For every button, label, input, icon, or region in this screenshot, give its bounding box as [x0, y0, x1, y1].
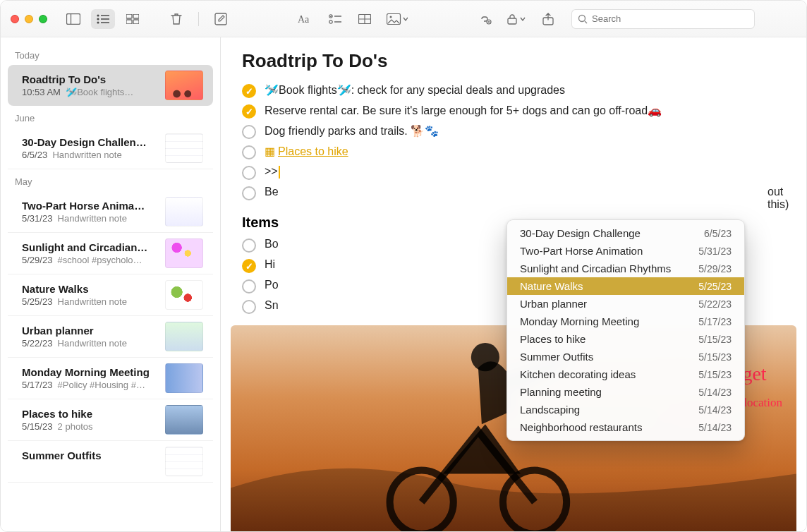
sidebar-section-label: June [1, 106, 220, 128]
note-list-item[interactable]: Nature Walks5/25/23 Handwritten note [8, 274, 213, 316]
checklist-text[interactable]: >> [265, 165, 280, 179]
delete-note-button[interactable] [164, 9, 188, 29]
autocomplete-item[interactable]: Sunlight and Circadian Rhythms5/29/23 [507, 260, 744, 277]
new-note-button[interactable] [209, 9, 233, 29]
autocomplete-item[interactable]: Nature Walks5/25/23 [507, 277, 744, 295]
autocomplete-item-date: 5/14/23 [698, 387, 732, 398]
autocomplete-item-date: 5/15/23 [698, 334, 732, 345]
svg-point-32 [471, 343, 499, 371]
autocomplete-item-date: 5/22/23 [698, 298, 732, 310]
titlebar: Aa [1, 1, 806, 37]
share-button[interactable] [536, 9, 560, 29]
checklist-item[interactable]: ▦Places to hike [242, 142, 785, 162]
autocomplete-item[interactable]: Landscaping5/14/23 [507, 401, 744, 418]
checklist-text[interactable]: Po [265, 279, 279, 291]
checklist-bullet[interactable] [242, 104, 256, 119]
checklist-bullet[interactable] [242, 84, 256, 98]
link-note-button[interactable] [473, 9, 497, 29]
search-input[interactable] [592, 13, 748, 24]
note-list-item-thumbnail [165, 133, 203, 163]
checklist-item[interactable]: 🛩️Book flights🛩️: check for any special … [242, 80, 785, 101]
svg-rect-12 [215, 13, 226, 25]
autocomplete-item[interactable]: Summer Outfits5/15/23 [507, 348, 744, 365]
autocomplete-item[interactable]: Neighborhood restaurants5/14/23 [507, 418, 744, 436]
note-list-item[interactable]: Places to hike5/15/23 2 photos [8, 399, 213, 441]
note-list-item-meta [22, 463, 158, 473]
autocomplete-item[interactable]: Monday Morning Meeting5/17/23 [507, 313, 744, 330]
autocomplete-item[interactable]: Urban planner5/22/23 [507, 295, 744, 313]
svg-rect-9 [133, 14, 139, 18]
svg-point-2 [97, 14, 99, 16]
checklist-bullet[interactable] [242, 259, 256, 273]
checklist-text[interactable]: ▦Places to hike [265, 145, 348, 158]
note-title[interactable]: Roadtrip To Do's [242, 50, 785, 72]
checklist-bullet[interactable] [242, 186, 256, 200]
svg-point-22 [390, 16, 392, 18]
autocomplete-item-date: 5/17/23 [698, 316, 732, 327]
autocomplete-item[interactable]: Planning meeting5/14/23 [507, 383, 744, 401]
note-list-item-meta: 5/22/23 Handwritten note [22, 338, 158, 349]
toggle-sidebar-button[interactable] [61, 9, 85, 29]
checklist-item[interactable]: >> [242, 162, 785, 183]
autocomplete-item-title: Neighborhood restaurants [520, 421, 642, 433]
note-list-item[interactable]: Summer Outfits [8, 441, 213, 483]
checklist-bullet[interactable] [242, 166, 256, 180]
note-list-item[interactable]: 30-Day Design Challen…6/5/23 Handwritten… [8, 128, 213, 169]
autocomplete-item[interactable]: 30-Day Design Challenge6/5/23 [507, 224, 744, 242]
autocomplete-item[interactable]: Two-Part Horse Animation5/31/23 [507, 242, 744, 260]
checklist-bullet[interactable] [242, 145, 256, 159]
format-button[interactable]: Aa [293, 9, 317, 29]
lock-button[interactable] [502, 9, 530, 29]
checklist-text[interactable]: Bo [265, 238, 279, 250]
note-list-item[interactable]: Monday Morning Meeting5/17/23 #Policy #H… [8, 358, 213, 399]
minimize-window-button[interactable] [25, 15, 33, 23]
gallery-view-button[interactable] [121, 9, 145, 29]
checklist-text[interactable]: Hi [265, 258, 275, 271]
search-field-wrapper[interactable] [571, 9, 755, 29]
note-list-item-title: 30-Day Design Challen… [22, 136, 158, 148]
svg-point-16 [329, 20, 332, 23]
checklist-bullet[interactable] [242, 300, 256, 314]
autocomplete-item[interactable]: Kitchen decorating ideas5/15/23 [507, 365, 744, 383]
list-view-button[interactable] [91, 9, 115, 29]
autocomplete-item-date: 5/14/23 [698, 422, 732, 433]
checklist-bullet[interactable] [242, 238, 256, 253]
svg-point-4 [97, 21, 99, 23]
note-list-item-title: Two-Part Horse Anima… [22, 200, 158, 212]
close-window-button[interactable] [11, 15, 19, 23]
autocomplete-item[interactable]: Places to hike5/15/23 [507, 330, 744, 348]
checklist-bullet[interactable] [242, 279, 256, 294]
checklist-text[interactable]: Dog friendly parks and trails. 🐕🐾 [265, 124, 439, 138]
note-list-item-thumbnail [165, 447, 203, 476]
note-list-item-thumbnail [165, 363, 203, 393]
checklist-text[interactable]: Be [265, 186, 279, 198]
note-list-item-title: Urban planner [22, 325, 158, 337]
checklist-text[interactable]: Sn [265, 299, 279, 312]
note-list-item[interactable]: Roadtrip To Do's10:53 AM 🛩️Book flights… [8, 65, 213, 106]
fullscreen-window-button[interactable] [39, 15, 47, 23]
autocomplete-item-date: 5/14/23 [698, 404, 732, 416]
checklist-item[interactable]: out this)Be [242, 183, 785, 203]
note-list-item-title: Sunlight and Circadian… [22, 241, 158, 253]
note-list-item[interactable]: Sunlight and Circadian…5/29/23 #school #… [8, 233, 213, 274]
checklist-text[interactable]: Reserve rental car. Be sure it's large e… [265, 104, 662, 117]
note-list-item[interactable]: Two-Part Horse Anima…5/31/23 Handwritten… [8, 191, 213, 233]
checklist-bullet[interactable] [242, 125, 256, 139]
note-list-item-meta: 5/17/23 #Policy #Housing #… [22, 380, 158, 390]
checklist-text[interactable]: 🛩️Book flights🛩️: check for any special … [265, 83, 565, 97]
note-list-item-meta: 6/5/23 Handwritten note [22, 150, 158, 160]
autocomplete-item-title: Sunlight and Circadian Rhythms [520, 262, 671, 274]
svg-rect-0 [67, 13, 80, 24]
autocomplete-item-title: Summer Outfits [520, 351, 593, 363]
svg-point-28 [579, 15, 585, 21]
checklist-item[interactable]: Dog friendly parks and trails. 🐕🐾 [242, 121, 785, 142]
autocomplete-item-title: Planning meeting [520, 386, 602, 398]
checklist-item[interactable]: Reserve rental car. Be sure it's large e… [242, 101, 785, 121]
checklist-button[interactable] [323, 9, 347, 29]
media-button[interactable] [382, 9, 412, 29]
note-list-item-meta: 5/31/23 Handwritten note [22, 213, 158, 224]
note-link-autocomplete-popup: 30-Day Design Challenge6/5/23Two-Part Ho… [506, 219, 745, 441]
autocomplete-item-date: 5/25/23 [698, 281, 732, 292]
note-list-item[interactable]: Urban planner5/22/23 Handwritten note [8, 316, 213, 358]
table-button[interactable] [353, 9, 377, 29]
